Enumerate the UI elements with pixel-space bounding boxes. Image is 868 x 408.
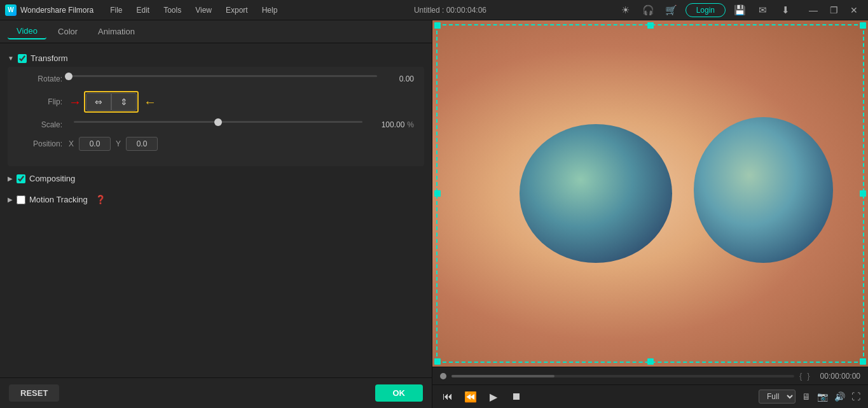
- snapshot-icon[interactable]: 📷: [817, 391, 828, 402]
- app-icon: W: [5, 4, 17, 16]
- progress-fill: [451, 375, 555, 377]
- motion-tracking-checkbox[interactable]: [17, 195, 25, 204]
- position-label: Position:: [18, 139, 62, 148]
- rotate-label: Rotate:: [18, 74, 62, 83]
- scale-unit: %: [407, 120, 414, 129]
- flip-row: Flip: → ⇔ ⇕ ←: [18, 91, 414, 113]
- scrubber-thumb[interactable]: [440, 373, 446, 379]
- transform-arrow: ▼: [8, 55, 14, 62]
- minimize-button[interactable]: —: [804, 1, 822, 19]
- preview-background: [432, 20, 868, 367]
- transform-header[interactable]: ▼ Transform: [0, 50, 432, 67]
- window-controls: — ❐ ✕: [804, 1, 863, 19]
- save-icon[interactable]: 💾: [731, 1, 748, 19]
- motion-tracking-section: ▶ Motion Tracking ❓: [0, 191, 432, 208]
- flip-label: Flip:: [18, 97, 62, 106]
- compositing-section: ▶ Compositing: [0, 170, 432, 187]
- settings-icon[interactable]: ☀: [617, 1, 635, 19]
- scale-value: 100.00: [373, 120, 404, 129]
- pos-y-label: Y: [116, 139, 121, 148]
- progress-bar[interactable]: [451, 375, 794, 377]
- rotate-slider-thumb[interactable]: [65, 73, 72, 80]
- frame-back-button[interactable]: ⏪: [463, 389, 478, 404]
- transform-title: Transform: [31, 53, 68, 63]
- eye-left: [520, 124, 672, 263]
- transform-checkbox[interactable]: [18, 54, 27, 63]
- bracket-right: }: [807, 371, 809, 381]
- quality-select[interactable]: Full: [759, 390, 796, 404]
- menubar: File Edit Tools View Export Help: [104, 4, 284, 17]
- pos-x-input[interactable]: 0.0: [79, 137, 111, 151]
- rotate-slider-track[interactable]: [69, 75, 377, 77]
- rotate-row: Rotate: 0.00: [18, 74, 414, 83]
- yellow-arrow-annotation: ←: [144, 95, 156, 109]
- menu-view[interactable]: View: [189, 4, 218, 17]
- eye-right: [694, 117, 833, 262]
- screen-icon[interactable]: 🖥: [802, 391, 811, 402]
- flip-highlight-box: ⇔ ⇕: [84, 91, 139, 113]
- timecode-display: 00:00:00:00: [820, 372, 860, 381]
- scale-row: Scale: 100.00 %: [18, 120, 414, 129]
- app-logo: W Wondershare Filmora: [5, 4, 93, 16]
- motion-tracking-arrow: ▶: [8, 196, 13, 203]
- motion-tracking-title: Motion Tracking: [29, 195, 88, 204]
- tab-color[interactable]: Color: [49, 24, 86, 39]
- motion-tracking-help-icon[interactable]: ❓: [95, 195, 106, 204]
- login-button[interactable]: Login: [685, 3, 726, 17]
- red-arrow-annotation: →: [69, 95, 81, 109]
- main-layout: Video Color Animation ▼ Transform Rotate…: [0, 20, 868, 408]
- close-button[interactable]: ✕: [845, 1, 863, 19]
- transport-controls: ⏮ ⏪ ▶ ⏹ Full 🖥 📷 🔊 ⛶: [432, 384, 868, 408]
- position-row: Position: X 0.0 Y 0.0: [18, 137, 414, 151]
- scale-slider-thumb[interactable]: [214, 118, 222, 126]
- skip-back-button[interactable]: ⏮: [440, 389, 455, 404]
- fullscreen-icon[interactable]: ⛶: [851, 391, 860, 402]
- maximize-button[interactable]: ❐: [825, 1, 843, 19]
- window-title: Untitled : 00:00:04:06: [289, 6, 611, 15]
- compositing-title: Compositing: [29, 174, 75, 183]
- compositing-checkbox[interactable]: [17, 174, 25, 183]
- tab-animation[interactable]: Animation: [89, 24, 144, 39]
- volume-icon[interactable]: 🔊: [834, 391, 845, 402]
- menu-file[interactable]: File: [104, 4, 128, 17]
- flip-horizontal-button[interactable]: ⇔: [86, 93, 111, 111]
- pos-x-label: X: [69, 139, 74, 148]
- stop-button[interactable]: ⏹: [509, 389, 524, 404]
- ok-button[interactable]: OK: [375, 384, 424, 402]
- menu-tools[interactable]: Tools: [157, 4, 188, 17]
- titlebar: W Wondershare Filmora File Edit Tools Vi…: [0, 0, 868, 20]
- bracket-left: {: [799, 371, 802, 381]
- scale-label: Scale:: [18, 120, 62, 129]
- menu-help[interactable]: Help: [256, 4, 284, 17]
- tab-video[interactable]: Video: [8, 24, 46, 39]
- transform-content: Rotate: 0.00 Flip: →: [8, 67, 424, 166]
- panel-footer: RESET OK: [0, 377, 432, 408]
- transport-right: Full 🖥 📷 🔊 ⛶: [759, 390, 860, 404]
- shop-icon[interactable]: 🛒: [663, 1, 680, 19]
- headphone-icon[interactable]: 🎧: [640, 1, 658, 19]
- left-panel: Video Color Animation ▼ Transform Rotate…: [0, 20, 432, 408]
- app-brand: Wondershare Filmora: [20, 6, 93, 15]
- mail-icon[interactable]: ✉: [754, 1, 771, 19]
- flip-vertical-button[interactable]: ⇕: [111, 93, 137, 111]
- properties-panel: ▼ Transform Rotate: 0.00: [0, 43, 432, 377]
- compositing-header[interactable]: ▶ Compositing: [0, 170, 432, 187]
- titlebar-controls: ☀ 🎧 🛒 Login 💾 ✉ ⬇: [617, 1, 794, 19]
- pos-y-input[interactable]: 0.0: [126, 137, 158, 151]
- right-panel: { } 00:00:00:00 ⏮ ⏪ ▶ ⏹ Full 🖥 📷 🔊 ⛶: [432, 20, 868, 408]
- position-inputs: X 0.0 Y 0.0: [69, 137, 158, 151]
- reset-button[interactable]: RESET: [9, 384, 59, 402]
- motion-tracking-header[interactable]: ▶ Motion Tracking ❓: [0, 191, 432, 208]
- scale-slider-track[interactable]: [74, 121, 362, 123]
- video-tabs: Video Color Animation: [0, 20, 432, 43]
- play-button[interactable]: ▶: [486, 389, 501, 404]
- rotate-value: 0.00: [382, 74, 414, 83]
- menu-export[interactable]: Export: [219, 4, 254, 17]
- download-icon[interactable]: ⬇: [776, 1, 794, 19]
- transform-section: ▼ Transform Rotate: 0.00: [0, 50, 432, 166]
- preview-area: [432, 20, 868, 367]
- transport-bar: { } 00:00:00:00: [432, 367, 868, 384]
- compositing-arrow: ▶: [8, 175, 13, 182]
- menu-edit[interactable]: Edit: [130, 4, 156, 17]
